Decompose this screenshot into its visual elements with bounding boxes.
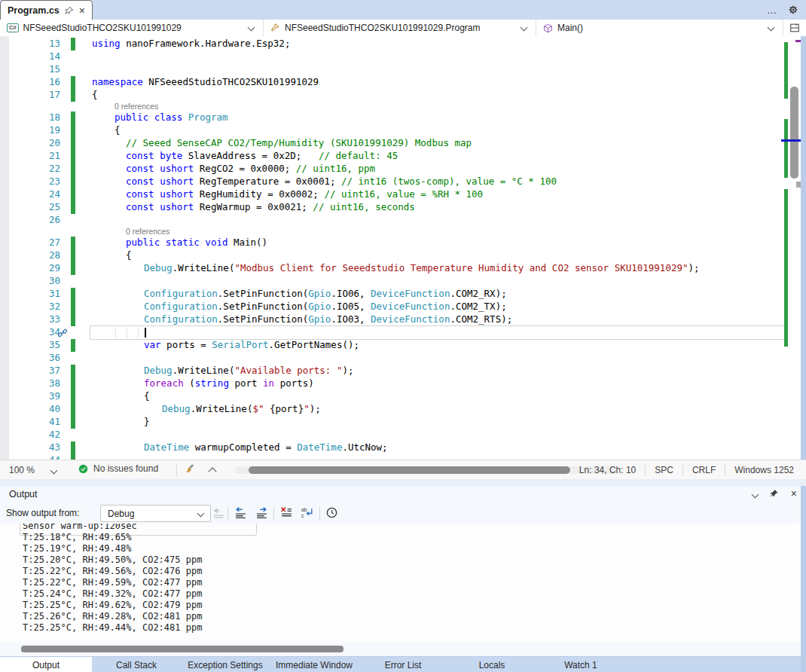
code-line-34[interactable]: 34	[0, 326, 786, 339]
clear-all-icon[interactable]	[280, 506, 293, 519]
line-number[interactable]: 18	[0, 111, 60, 124]
code-line-24[interactable]: 24const ushort RegHumidity = 0x0002; // …	[0, 188, 786, 201]
code-line-23[interactable]: 23const ushort RegTemperature = 0x0001; …	[0, 176, 786, 188]
split-editor-button[interactable]	[783, 20, 806, 36]
line-number[interactable]: 14	[0, 50, 60, 63]
line-number[interactable]: 32	[0, 301, 60, 313]
codelens-references[interactable]: 0 references	[0, 227, 786, 237]
tool-tab-call-stack[interactable]: Call Stack	[92, 657, 181, 672]
line-number[interactable]: 31	[0, 288, 60, 301]
code-line-44[interactable]: 44	[0, 454, 786, 460]
caret-position[interactable]: Ln: 34, Ch: 10	[570, 465, 645, 475]
panel-splitter[interactable]	[0, 479, 806, 486]
tool-tab-error-list[interactable]: Error List	[359, 657, 447, 672]
line-number[interactable]: 34	[0, 326, 60, 339]
pin-icon[interactable]	[65, 6, 74, 15]
code-line-20[interactable]: 20// Seeed SenseCAP CO2/Temp/Humidity (S…	[0, 137, 786, 150]
code-line-14[interactable]: 14	[0, 50, 786, 63]
line-number[interactable]: 29	[0, 262, 60, 275]
line-number[interactable]: 42	[0, 429, 60, 441]
line-number[interactable]: 13	[0, 38, 60, 50]
code-line-28[interactable]: 28{	[0, 249, 786, 262]
line-number[interactable]: 25	[0, 201, 60, 214]
code-line-41[interactable]: 41}	[0, 416, 786, 429]
tab-program-cs[interactable]: Program.cs ×	[0, 0, 93, 20]
line-ending[interactable]: CRLF	[683, 465, 725, 475]
line-number[interactable]: 28	[0, 249, 60, 262]
code-line-40[interactable]: 40Debug.WriteLine($" {port}");	[0, 403, 786, 416]
output-header[interactable]: Output ×	[0, 486, 806, 503]
next-message-icon[interactable]	[255, 506, 268, 519]
previous-message-icon[interactable]	[234, 506, 247, 519]
code-line-22[interactable]: 22const ushort RegCO2 = 0x0000; // uint1…	[0, 163, 786, 176]
encoding[interactable]: Windows 1252	[725, 465, 803, 475]
output-source-dropdown[interactable]: Debug	[100, 505, 211, 522]
close-panel-icon[interactable]: ×	[791, 488, 797, 499]
line-number[interactable]: 39	[0, 390, 60, 403]
tool-tab-watch-1[interactable]: Watch 1	[536, 657, 625, 672]
more-options-icon[interactable]: …	[767, 5, 777, 16]
pin-icon[interactable]	[770, 489, 779, 498]
code-line-13[interactable]: 13using nanoFramework.Hardware.Esp32;	[0, 38, 786, 50]
line-number[interactable]: 44	[0, 454, 60, 460]
line-number[interactable]: 37	[0, 365, 60, 377]
line-number[interactable]: 26	[0, 214, 60, 227]
code-line-31[interactable]: 31Configuration.SetPinFunction(Gpio.IO06…	[0, 288, 786, 301]
line-number[interactable]: 27	[0, 237, 60, 249]
code-line-29[interactable]: 29Debug.WriteLine("Modbus Client for See…	[0, 262, 786, 275]
tool-tab-locals[interactable]: Locals	[447, 657, 536, 672]
code-line-15[interactable]: 15	[0, 63, 786, 76]
code-editor[interactable]: 13using nanoFramework.Hardware.Esp32;141…	[0, 36, 806, 460]
line-number[interactable]: 15	[0, 63, 60, 76]
tool-tab-output[interactable]: Output	[0, 657, 92, 672]
code-line-35[interactable]: 35var ports = SerialPort.GetPortNames();	[0, 339, 786, 352]
line-number[interactable]: 33	[0, 313, 60, 326]
tool-tab-immediate-window[interactable]: Immediate Window	[270, 657, 359, 672]
health-indicator[interactable]: No issues found	[78, 463, 158, 474]
member-dropdown[interactable]: Main()	[536, 20, 783, 36]
line-number[interactable]: 40	[0, 403, 60, 416]
output-horizontal-scrollbar[interactable]	[0, 643, 806, 656]
code-line-17[interactable]: 17{	[0, 89, 786, 102]
word-wrap-icon[interactable]: abc	[301, 506, 314, 519]
line-number[interactable]: 24	[0, 188, 60, 201]
line-number[interactable]: 19	[0, 124, 60, 137]
line-number[interactable]: 35	[0, 339, 60, 352]
line-number[interactable]: 20	[0, 137, 60, 150]
code-line-32[interactable]: 32Configuration.SetPinFunction(Gpio.IO05…	[0, 301, 786, 313]
code-line-26[interactable]: 26	[0, 214, 786, 227]
window-position-chevron-icon[interactable]	[751, 490, 759, 498]
code-line-42[interactable]: 42	[0, 429, 786, 441]
code-line-37[interactable]: 37Debug.WriteLine("Available ports: ");	[0, 365, 786, 377]
code-line-30[interactable]: 30	[0, 275, 786, 288]
code-line-19[interactable]: 19{	[0, 124, 786, 137]
vertical-scrollbar-thumb[interactable]	[790, 87, 798, 179]
output-horizontal-scrollbar-thumb[interactable]	[21, 646, 343, 652]
code-line-39[interactable]: 39{	[0, 390, 786, 403]
line-number[interactable]: 21	[0, 150, 60, 163]
codelens-references[interactable]: 0 references	[0, 102, 786, 111]
code-line-18[interactable]: 18public class Program	[0, 111, 786, 124]
line-number[interactable]: 30	[0, 275, 60, 288]
line-number[interactable]: 41	[0, 416, 60, 429]
gear-icon[interactable]	[788, 5, 798, 15]
code-line-27[interactable]: 27public static void Main()	[0, 237, 786, 249]
line-number[interactable]: 38	[0, 377, 60, 390]
code-line-16[interactable]: 16namespace NFSeeedStudioTHCO2SKU1019910…	[0, 76, 786, 89]
code-cleanup-broom-icon[interactable]	[185, 463, 197, 475]
code-line-36[interactable]: 36	[0, 352, 786, 365]
line-number[interactable]: 22	[0, 163, 60, 176]
chevron-up-icon[interactable]	[208, 467, 216, 475]
tool-tab-exception-settings[interactable]: Exception Settings	[181, 657, 270, 672]
line-number[interactable]: 43	[0, 441, 60, 454]
line-number[interactable]: 23	[0, 176, 60, 188]
code-line-25[interactable]: 25const ushort RegWarmup = 0x0021; // ui…	[0, 201, 786, 214]
horizontal-scrollbar-thumb[interactable]	[249, 466, 570, 474]
code-line-33[interactable]: 33Configuration.SetPinFunction(Gpio.IO03…	[0, 313, 786, 326]
code-line-21[interactable]: 21const byte SlaveAddress = 0x2D; // def…	[0, 150, 786, 163]
line-number[interactable]: 16	[0, 76, 60, 89]
code-line-38[interactable]: 38foreach (string port in ports)	[0, 377, 786, 390]
code-line-43[interactable]: 43DateTime warmupCompleted = DateTime.Ut…	[0, 441, 786, 454]
output-text-area[interactable]: Sensor warm-up:120secT:25.18°C, RH:49.65…	[0, 524, 806, 643]
line-number[interactable]: 17	[0, 89, 60, 102]
